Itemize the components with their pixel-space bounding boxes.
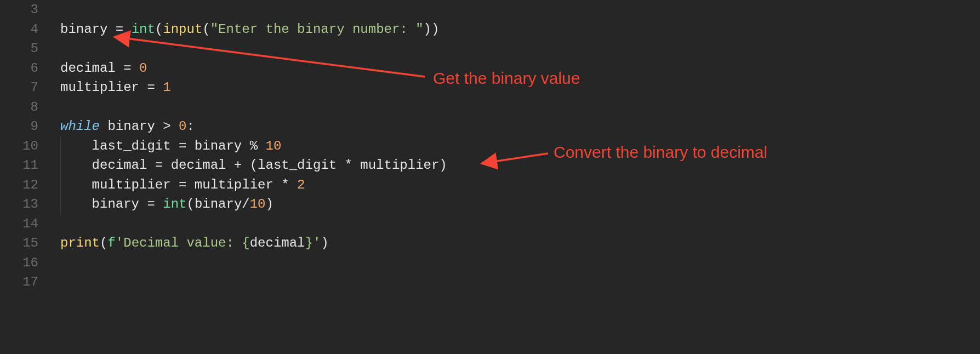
code-line: 4 binary = int(input("Enter the binary n… [0,20,980,39]
tok-operator: = [171,178,195,192]
tok-paren: ( [186,197,194,212]
tok-expression: binary [195,197,242,212]
code-line: 8 [0,98,980,117]
annotation-label: Convert the binary to decimal [554,142,767,162]
line-number: 17 [0,272,60,292]
code-line: 3 [0,0,980,20]
line-number: 12 [0,175,60,195]
line-number: 3 [0,0,60,20]
code-line: 11 decimal = decimal + (last_digit * mul… [0,156,980,175]
code-editor[interactable]: 3 4 binary = int(input("Enter the binary… [0,0,980,354]
annotation-label: Get the binary value [433,68,580,88]
tok-space [100,119,107,134]
tok-builtin-int: int [132,22,155,37]
tok-colon: : [186,119,194,134]
line-number: 5 [0,39,60,59]
tok-paren: ( [100,236,107,250]
code-line: 16 [0,253,980,273]
tok-paren: ) [321,236,328,250]
tok-expression: multiplier * [195,178,297,192]
code-line: 14 [0,214,980,234]
tok-variable: multiplier [92,178,171,192]
line-number: 15 [0,233,60,253]
tok-expression: binary % [195,139,266,153]
tok-string: Decimal value: [123,236,242,250]
tok-call-input: input [163,22,202,37]
code-line: 17 [0,272,980,292]
line-number: 16 [0,253,60,273]
tok-variable: binary [60,22,107,37]
code-line: 15 print(f'Decimal value: {decimal}') [0,233,980,253]
tok-operator: = [139,197,163,212]
tok-paren: ( [202,22,210,37]
tok-indent [60,197,92,212]
tok-indent [60,158,92,173]
tok-number: 1 [163,80,170,95]
tok-paren: ) [431,22,439,37]
tok-operator: = [107,22,131,37]
tok-string: "Enter the binary number: " [210,22,424,37]
line-number: 11 [0,156,60,175]
tok-paren: ) [266,197,274,212]
tok-operator: = [147,158,170,173]
tok-indent [60,178,92,192]
tok-paren: ( [155,22,163,37]
tok-operator: / [242,197,249,212]
line-number: 7 [0,78,60,98]
tok-number: 2 [297,178,305,192]
tok-number: 10 [250,197,266,212]
code-line: 12 multiplier = multiplier * 2 [0,175,980,195]
tok-number: 10 [265,139,281,153]
code-line: 10 last_digit = binary % 10 [0,136,980,156]
tok-number: 0 [179,119,186,134]
tok-operator: = [171,139,195,153]
tok-keyword-while: while [60,119,100,134]
tok-operator: = [116,61,139,76]
code-line: 9 while binary > 0: [0,117,980,136]
tok-operator: = [139,80,163,95]
tok-brace: } [305,236,313,250]
code-line: 5 [0,39,980,59]
tok-interp: decimal [250,236,305,250]
tok-paren: ) [424,22,431,37]
line-number: 10 [0,136,60,156]
tok-number: 0 [139,61,147,76]
tok-expression: decimal + (last_digit * multiplier) [171,158,447,173]
tok-indent [60,139,92,153]
tok-string: ' [116,236,123,250]
tok-builtin-int: int [163,197,186,212]
tok-variable: binary [92,197,139,212]
line-number: 6 [0,59,60,78]
tok-variable: multiplier [60,80,139,95]
line-number: 14 [0,214,60,234]
tok-fstring-prefix: f [107,236,115,250]
line-number: 8 [0,98,60,117]
line-number: 9 [0,117,60,136]
tok-expression: binary > [107,119,179,134]
tok-variable: last_digit [92,139,171,153]
tok-call-print: print [60,236,100,250]
line-number: 4 [0,20,60,39]
code-line: 13 binary = int(binary/10) [0,195,980,214]
tok-variable: decimal [92,158,147,173]
line-number: 13 [0,195,60,214]
tok-brace: { [242,236,249,250]
tok-variable: decimal [60,61,116,76]
tok-string: ' [313,236,321,250]
